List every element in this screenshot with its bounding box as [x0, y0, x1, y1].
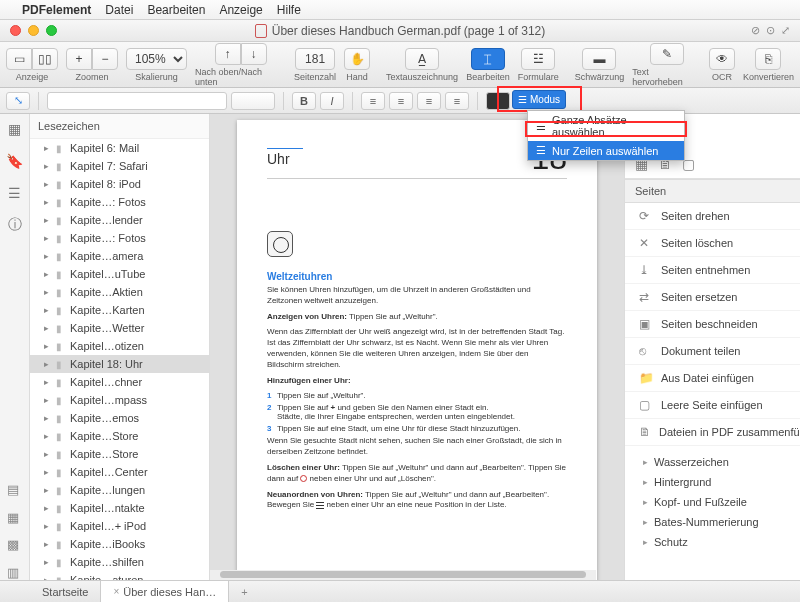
horizontal-scrollbar[interactable] [210, 570, 596, 580]
group-texthervor: ✎ Text hervorheben [632, 43, 701, 87]
align-left-button[interactable]: ≡ [361, 92, 385, 110]
document-viewport[interactable]: Uhr 18 Weltzeituhren Sie können Uhren hi… [210, 114, 624, 602]
bookmark-item[interactable]: ▸▮Kapitel…Center [30, 463, 209, 481]
modus-dropdown-button[interactable]: ☰ Modus [512, 90, 566, 109]
color-picker-button[interactable] [486, 92, 510, 110]
group-formulare: ☳ Formulare [518, 48, 559, 82]
bookmark-item[interactable]: ▸▮Kapite…Store [30, 427, 209, 445]
outline-icon[interactable]: ☰ [6, 184, 24, 202]
page-number-input[interactable] [295, 48, 335, 70]
tab-add[interactable]: + [229, 581, 259, 603]
right-panel-op[interactable]: ✕Seiten löschen [625, 230, 800, 257]
bookmark-item[interactable]: ▸▮Kapite…: Fotos [30, 229, 209, 247]
chapter-title: Uhr [267, 151, 290, 167]
menu-bearbeiten[interactable]: Bearbeiten [147, 3, 205, 17]
edit-button[interactable]: ⌶ [471, 48, 505, 70]
tab-close-icon[interactable]: × [113, 586, 119, 597]
bookmark-item[interactable]: ▸▮Kapite…lender [30, 211, 209, 229]
bookmark-item[interactable]: ▸▮Kapite…: Fotos [30, 193, 209, 211]
align-center-button[interactable]: ≡ [389, 92, 413, 110]
right-panel-section[interactable]: ▸Kopf- und Fußzeile [625, 492, 800, 512]
bookmarks-icon[interactable]: 🔖 [6, 152, 24, 170]
bookmark-item[interactable]: ▸▮Kapite…lungen [30, 481, 209, 499]
align-justify-button[interactable]: ≡ [445, 92, 469, 110]
modus-option-lines[interactable]: ☰Nur Zeilen auswählen [528, 141, 684, 160]
group-konvertieren: ⎘ Konvertieren [743, 48, 794, 82]
hand-tool-button[interactable]: ✋ [344, 48, 370, 70]
bookmark-item[interactable]: ▸▮Kapite…Store [30, 445, 209, 463]
menu-hilfe[interactable]: Hilfe [277, 3, 301, 17]
menu-datei[interactable]: Datei [105, 3, 133, 17]
highlight-button[interactable]: ✎ [650, 43, 684, 65]
right-panel-op[interactable]: 🗎Dateien in PDF zusammenführen [625, 419, 800, 446]
bookmark-item[interactable]: ▸▮Kapitel 8: iPod [30, 175, 209, 193]
pdf-doc-icon [255, 24, 267, 38]
view-double-button[interactable]: ▯▯ [32, 48, 58, 70]
thumb-grid2-icon[interactable]: ▦ [7, 510, 23, 526]
info-icon[interactable]: ⓘ [6, 216, 24, 234]
document-tabbar: Startseite ×Über dieses Han… + [0, 580, 800, 602]
app-name[interactable]: PDFelement [22, 3, 91, 17]
font-select[interactable] [47, 92, 227, 110]
page-up-button[interactable]: ↑ [215, 43, 241, 65]
bookmarks-list[interactable]: ▸▮Kapitel 6: Mail▸▮Kapitel 7: Safari▸▮Ka… [30, 139, 209, 602]
thumb-grid-icon[interactable]: ▤ [7, 482, 23, 498]
group-zoomen: + − Zoomen [66, 48, 118, 82]
bookmark-item[interactable]: ▸▮Kapitel…mpass [30, 391, 209, 409]
view-single-button[interactable]: ▭ [6, 48, 32, 70]
right-panel-op[interactable]: ⟳Seiten drehen [625, 203, 800, 230]
paragraph-icon: ☰ [536, 120, 546, 133]
font-size-select[interactable] [231, 92, 275, 110]
right-panel-op[interactable]: ▣Seiten beschneiden [625, 311, 800, 338]
italic-button[interactable]: I [320, 92, 344, 110]
right-panel-section[interactable]: ▸Hintergrund [625, 472, 800, 492]
zoom-out-button[interactable]: − [92, 48, 118, 70]
tab-home[interactable]: Startseite [30, 581, 101, 603]
bold-button[interactable]: B [292, 92, 316, 110]
thumb-grid4-icon[interactable]: ▥ [7, 565, 23, 581]
bookmark-item[interactable]: ▸▮Kapitel 7: Safari [30, 157, 209, 175]
right-panel-header: Seiten [625, 179, 800, 203]
align-right-button[interactable]: ≡ [417, 92, 441, 110]
zoom-in-button[interactable]: + [66, 48, 92, 70]
bookmark-item[interactable]: ▸▮Kapite…amera [30, 247, 209, 265]
bookmark-item[interactable]: ▸▮Kapite…Aktien [30, 283, 209, 301]
bookmark-item[interactable]: ▸▮Kapite…iBooks [30, 535, 209, 553]
thumbnails-icon[interactable]: ▦ [6, 120, 24, 138]
bookmarks-panel: Lesezeichen ▸▮Kapitel 6: Mail▸▮Kapitel 7… [30, 114, 210, 602]
bookmark-item[interactable]: ▸▮Kapitel…+ iPod [30, 517, 209, 535]
thumb-grid3-icon[interactable]: ▩ [7, 537, 23, 553]
ocr-button[interactable]: 👁 [709, 48, 735, 70]
page-down-button[interactable]: ↓ [241, 43, 267, 65]
cursor-tool-icon[interactable]: ⤡ [6, 92, 30, 110]
bookmark-item[interactable]: ▸▮Kapitel…chner [30, 373, 209, 391]
bookmark-item[interactable]: ▸▮Kapitel…uTube [30, 265, 209, 283]
bookmark-item[interactable]: ▸▮Kapitel…ntakte [30, 499, 209, 517]
group-textausz: A̲ Textauszeichnung [386, 48, 458, 82]
right-panel-op[interactable]: 📁Aus Datei einfügen [625, 365, 800, 392]
right-panel-section[interactable]: ▸Schutz [625, 532, 800, 552]
text-markup-button[interactable]: A̲ [405, 48, 439, 70]
right-panel-op[interactable]: ⎋Dokument teilen [625, 338, 800, 365]
bookmark-item[interactable]: ▸▮Kapite…Wetter [30, 319, 209, 337]
left-rail-bottom: ▤ ▦ ▩ ▥ [0, 430, 30, 580]
right-panel-op[interactable]: ⤓Seiten entnehmen [625, 257, 800, 284]
forms-button[interactable]: ☳ [521, 48, 555, 70]
right-panel-op[interactable]: ⇄Seiten ersetzen [625, 284, 800, 311]
menu-anzeige[interactable]: Anzeige [219, 3, 262, 17]
bookmark-item[interactable]: ▸▮Kapite…emos [30, 409, 209, 427]
right-panel-op[interactable]: ▢Leere Seite einfügen [625, 392, 800, 419]
convert-button[interactable]: ⎘ [755, 48, 781, 70]
bookmark-item[interactable]: ▸▮Kapitel 6: Mail [30, 139, 209, 157]
redact-button[interactable]: ▬ [582, 48, 616, 70]
modus-option-paragraphs[interactable]: ☰Ganze Absätze auswählen [528, 111, 684, 141]
tab-document[interactable]: ×Über dieses Han… [101, 581, 229, 603]
right-panel-section[interactable]: ▸Wasserzeichen [625, 452, 800, 472]
right-panel-section[interactable]: ▸Bates-Nummerierung [625, 512, 800, 532]
bookmark-item[interactable]: ▸▮Kapite…Karten [30, 301, 209, 319]
zoom-select[interactable]: 105% [126, 48, 187, 70]
bookmark-item[interactable]: ▸▮Kapite…shilfen [30, 553, 209, 571]
bookmark-item[interactable]: ▸▮Kapitel 18: Uhr [30, 355, 209, 373]
bookmark-item[interactable]: ▸▮Kapitel…otizen [30, 337, 209, 355]
group-bearbeiten: ⌶ Bearbeiten [466, 48, 510, 82]
